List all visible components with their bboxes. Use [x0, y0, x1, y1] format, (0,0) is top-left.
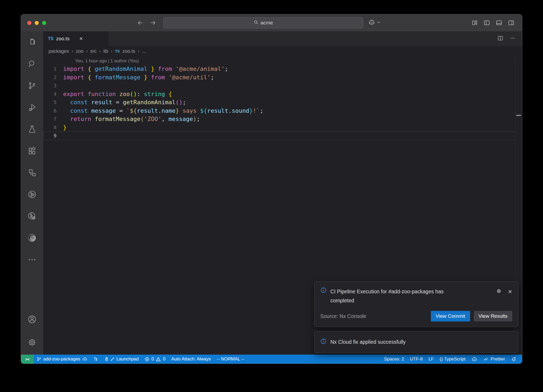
source-control-icon[interactable] — [21, 75, 43, 97]
testing-icon[interactable] — [21, 118, 43, 140]
breadcrumb-overflow[interactable]: ... — [142, 49, 146, 54]
vim-mode-label: -- NORMAL -- — [217, 356, 244, 362]
mini-branch-icon — [111, 357, 115, 361]
eol-status-item[interactable]: LF — [426, 355, 437, 364]
warning-count: 0 — [163, 356, 165, 362]
copilot-icon — [368, 19, 375, 27]
branch-name: add-zoo-packages — [43, 356, 80, 362]
code-line-8[interactable]: 8} — [43, 123, 515, 132]
accounts-icon[interactable] — [21, 308, 43, 330]
code-text: return formatMessage('ZOO', message); — [63, 115, 200, 123]
breadcrumb-separator: › — [72, 49, 73, 54]
breadcrumb-item-file[interactable]: zoo.ts — [122, 49, 135, 54]
pipeline-icon — [93, 357, 98, 361]
chevron-down-icon — [376, 20, 381, 25]
forward-arrow-icon[interactable] — [150, 19, 156, 26]
launchpad-status-item[interactable]: Launchpad — [101, 355, 142, 364]
close-window-button[interactable] — [27, 21, 31, 25]
history-nav — [137, 19, 156, 26]
error-count: 0 — [151, 356, 154, 362]
minimize-window-button[interactable] — [35, 21, 39, 25]
auto-attach-status-item[interactable]: Auto Attach: Always — [168, 355, 214, 364]
close-tab-icon[interactable]: ✕ — [79, 36, 83, 42]
typescript-file-icon: TS — [115, 49, 120, 53]
overview-cursor-mark — [516, 115, 521, 116]
pipeline-status-item[interactable] — [90, 355, 101, 364]
panel-left-icon[interactable] — [483, 19, 490, 26]
language-status-item[interactable]: { } TypeScript — [437, 355, 468, 364]
status-bar-right: Spaces: 2 UTF-8 LF { } TypeScript — [381, 355, 522, 364]
warning-icon — [156, 356, 161, 362]
command-center[interactable]: acme — [163, 17, 363, 28]
code-line-7[interactable]: 7 return formatMessage('ZOO', message); — [43, 115, 515, 123]
encoding-status-item[interactable]: UTF-8 — [407, 355, 426, 364]
code-line-3[interactable]: 3 — [43, 81, 515, 90]
problems-status-item[interactable]: 0 0 — [142, 355, 168, 364]
code-line-1[interactable]: 1import { getRandomAnimal } from '@acme/… — [43, 65, 515, 73]
copilot-status-item[interactable] — [468, 355, 480, 364]
language-label: TypeScript — [444, 356, 465, 362]
notification-ci-pipeline: CI Pipeline Execution for #add-zoo-packa… — [314, 281, 518, 327]
code-text: export function zoo(): string { — [63, 90, 172, 98]
breadcrumb-item-lib[interactable]: lib — [103, 49, 108, 54]
bell-dot-icon — [511, 356, 516, 362]
view-results-button[interactable]: View Results — [474, 311, 512, 321]
back-arrow-icon[interactable] — [137, 19, 144, 26]
remote-explorer-icon[interactable] — [21, 162, 43, 184]
panel-right-icon[interactable] — [508, 19, 515, 26]
notification-settings-gear-icon[interactable] — [496, 288, 502, 295]
activity-bar — [21, 31, 43, 355]
prettier-status-item[interactable]: ✓✓ Prettier — [480, 355, 508, 364]
branch-status-item[interactable]: add-zoo-packages — [34, 355, 90, 364]
settings-gear-icon[interactable] — [21, 330, 43, 355]
breadcrumb-item-src[interactable]: src — [90, 49, 97, 54]
git-blame-annotation: You, 1 hour ago | 1 author (You) — [43, 57, 515, 65]
panel-bottom-icon[interactable] — [496, 19, 502, 26]
breadcrumb-separator: › — [99, 49, 101, 54]
code-line-2[interactable]: 2import { formatMessage } from '@acme/ut… — [43, 73, 515, 82]
zoom-window-button[interactable] — [42, 21, 46, 25]
error-icon — [144, 357, 150, 362]
search-icon[interactable] — [21, 53, 43, 75]
line-number: 1 — [43, 65, 56, 73]
command-center-value: acme — [261, 20, 273, 26]
view-commit-button[interactable]: View Commit — [431, 311, 470, 321]
notification-message: Nx Cloud fix applied successfully — [330, 339, 406, 345]
gitlens-inspect-icon[interactable] — [21, 205, 43, 227]
more-actions-icon[interactable] — [509, 35, 516, 42]
notifications-bell-item[interactable] — [508, 355, 519, 364]
cloud-upload-icon — [82, 356, 87, 362]
customize-layout-icon[interactable] — [471, 19, 478, 26]
code-line-5[interactable]: 5 const result = getRandomAnimal(); — [43, 98, 515, 107]
split-editor-icon[interactable] — [497, 35, 503, 42]
more-icon[interactable] — [21, 249, 43, 271]
status-bar: >< add-zoo-packages — [21, 355, 522, 364]
tab-zoo-ts[interactable]: TS zoo.ts ✕ — [43, 31, 108, 46]
breadcrumb-item-zoo[interactable]: zoo — [76, 49, 84, 54]
indentation-status-item[interactable]: Spaces: 2 — [381, 355, 407, 364]
run-debug-icon[interactable] — [21, 97, 43, 118]
braces-icon: { } — [440, 356, 442, 362]
code-line-9[interactable]: 9 — [43, 132, 515, 140]
nx-console-icon[interactable] — [21, 184, 43, 205]
copilot-menu[interactable] — [368, 19, 381, 27]
eol-label: LF — [428, 356, 434, 362]
info-icon — [320, 287, 327, 295]
explorer-icon[interactable] — [21, 31, 43, 53]
titlebar: acme — [21, 14, 522, 31]
extensions-icon[interactable] — [21, 140, 43, 162]
line-number: 2 — [43, 73, 56, 82]
breadcrumb-item-packages[interactable]: packages — [49, 49, 69, 54]
notification-close-icon[interactable]: ✕ — [508, 289, 512, 295]
code-line-4[interactable]: 4export function zoo(): string { — [43, 90, 515, 98]
code-text: const result = getRandomAnimal(); — [63, 98, 186, 107]
code-text: import { formatMessage } from '@acme/uti… — [63, 73, 214, 82]
remote-indicator[interactable]: >< — [21, 355, 34, 364]
vim-mode-status-item[interactable]: -- NORMAL -- — [214, 355, 247, 364]
code-line-6[interactable]: 6 const message = `${result.name} says $… — [43, 107, 515, 115]
code-text: const message = `${result.name} says ${r… — [63, 107, 263, 115]
edge-devtools-icon[interactable] — [21, 227, 43, 249]
line-number: 5 — [43, 98, 56, 107]
notification-source: Source: Nx Console — [320, 313, 366, 319]
git-branch-icon — [37, 357, 41, 361]
